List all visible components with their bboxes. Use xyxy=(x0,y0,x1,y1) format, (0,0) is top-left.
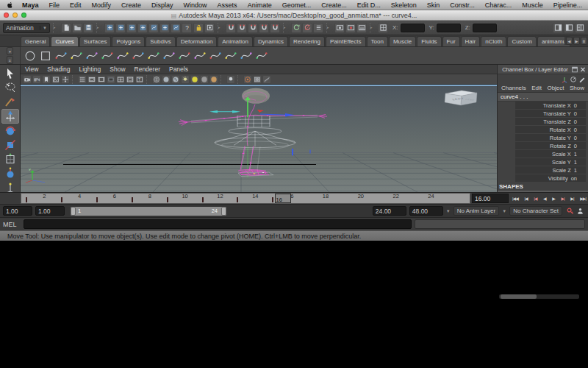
menu-pipeline[interactable]: Pipeline... xyxy=(548,1,588,9)
film-gate-icon[interactable] xyxy=(87,75,96,84)
camera-attributes-icon[interactable]: a xyxy=(32,75,41,84)
select-surfaces-icon[interactable] xyxy=(148,23,159,33)
select-pencil-icon[interactable] xyxy=(578,75,586,82)
menu-constr[interactable]: Constr... xyxy=(445,1,480,9)
arc-2point-icon[interactable] xyxy=(115,49,130,63)
extend-curve-icon[interactable] xyxy=(193,49,207,63)
gate-mask-icon[interactable] xyxy=(107,75,115,84)
channel-attribute-row[interactable]: Scale X1 xyxy=(498,150,588,158)
quick-select-icon[interactable] xyxy=(378,23,388,33)
panel-menu-view[interactable]: View xyxy=(25,66,38,73)
bezier-curve-icon[interactable] xyxy=(85,49,99,63)
save-scene-icon[interactable] xyxy=(83,23,93,33)
isolate-select-icon[interactable] xyxy=(243,75,252,84)
menu-charac[interactable]: Charac... xyxy=(480,1,517,9)
cv-curve-icon[interactable] xyxy=(54,49,68,63)
move-tool[interactable] xyxy=(1,109,19,124)
range-start-handle[interactable] xyxy=(71,207,76,216)
range-slider[interactable]: 1 24 xyxy=(71,207,226,216)
shelf-tab-toon[interactable]: Toon xyxy=(367,36,388,46)
menu-create[interactable]: Create xyxy=(116,1,146,9)
keyframe-tick[interactable] xyxy=(132,197,133,202)
panel-menu-panels[interactable]: Panels xyxy=(169,66,188,73)
channel-box-toggle-icon[interactable] xyxy=(575,23,585,33)
menu-skin[interactable]: Skin xyxy=(422,1,445,9)
z-input-field[interactable] xyxy=(473,24,497,32)
select-deformations-icon[interactable] xyxy=(159,23,170,33)
shaded-icon[interactable] xyxy=(162,75,171,84)
mel-input[interactable] xyxy=(24,219,412,229)
channel-attribute-row[interactable]: Visibilityon xyxy=(498,174,588,182)
apple-icon[interactable] xyxy=(6,1,14,10)
shelf-tab-muscle[interactable]: Muscle xyxy=(389,36,416,46)
shelf-tab-subdivs[interactable]: Subdivs xyxy=(146,36,175,46)
shelf-tab-toggle-icon[interactable]: ▾ xyxy=(7,47,13,55)
wireframe-icon[interactable] xyxy=(152,75,161,84)
animation-end-field[interactable]: 48.00 xyxy=(409,206,443,216)
menu-file[interactable]: File xyxy=(44,1,65,9)
command-results[interactable] xyxy=(415,219,585,229)
attribute-editor-toggle-icon[interactable] xyxy=(553,23,563,33)
rotate-tool[interactable] xyxy=(1,124,19,138)
open-scene-icon[interactable] xyxy=(72,23,82,33)
rebuild-curve-icon[interactable] xyxy=(223,49,238,63)
use-all-lights-icon[interactable] xyxy=(181,75,190,84)
select-camera-icon[interactable] xyxy=(23,75,32,84)
keyframe-tick[interactable] xyxy=(26,197,27,202)
shelf-tab-hair[interactable]: Hair xyxy=(461,36,481,46)
shelf-tab-ncloth[interactable]: nCloth xyxy=(481,36,506,46)
channel-menu-object[interactable]: Object xyxy=(547,85,564,91)
channel-attribute-row[interactable]: Translate X0 xyxy=(498,102,588,109)
panel-menu-renderer[interactable]: Renderer xyxy=(135,66,160,73)
chevron-down-icon[interactable]: ▼ xyxy=(446,209,451,213)
shelf-tab-painteffects[interactable]: PaintEffects xyxy=(326,36,366,46)
panel-menu-show[interactable]: Show xyxy=(110,66,125,73)
bookmark-icon[interactable] xyxy=(42,75,51,84)
menu-geomet[interactable]: Geomet... xyxy=(277,1,317,9)
shelf-tab-animation[interactable]: Animation xyxy=(218,36,253,46)
shelf-trash-icon[interactable]: 🗑 xyxy=(581,37,587,45)
cut-curve-icon[interactable] xyxy=(254,49,269,63)
manip-xyz-icon[interactable] xyxy=(561,75,568,82)
shelf-tab-surfaces[interactable]: Surfaces xyxy=(79,36,112,46)
menu-animate[interactable]: Animate xyxy=(243,1,277,9)
list-input-icon[interactable] xyxy=(313,23,323,33)
render-settings-icon[interactable] xyxy=(356,23,367,33)
lock-selection-icon[interactable] xyxy=(193,23,204,33)
channel-object-name[interactable]: curve4 . . . xyxy=(498,93,588,102)
panel-menu-shading[interactable]: Shading xyxy=(47,66,70,73)
render-current-icon[interactable] xyxy=(334,23,345,33)
channel-attribute-row[interactable]: Scale Y1 xyxy=(498,158,588,166)
channel-menu-show[interactable]: Show xyxy=(570,85,584,91)
resolution-gate-icon[interactable] xyxy=(97,75,106,84)
menu-set-dropdown[interactable]: Animation▼ xyxy=(3,23,50,33)
animation-start-field[interactable]: 1.00 xyxy=(3,206,32,216)
light-default-icon[interactable] xyxy=(190,75,199,84)
keyframe-tick[interactable] xyxy=(272,197,273,202)
snap-point-icon[interactable] xyxy=(248,23,258,33)
circle-tool-icon[interactable] xyxy=(23,49,37,63)
view-cube[interactable]: LEFT LEFT xyxy=(445,91,477,105)
go-to-end-button[interactable]: ▶▶| xyxy=(580,196,586,201)
shelf-tab-fluids[interactable]: Fluids xyxy=(417,36,441,46)
step-forward-frame-button[interactable]: ▶| xyxy=(570,196,573,201)
select-object-icon[interactable] xyxy=(115,23,126,33)
group-divider[interactable] xyxy=(218,23,223,33)
x-input-field[interactable] xyxy=(401,24,425,32)
window-title-bar[interactable]: ▤Autodesk Maya 2013 x64: /Users/mac/Desk… xyxy=(0,10,588,21)
snap-curve-icon[interactable] xyxy=(237,23,247,33)
safe-action-icon[interactable] xyxy=(126,75,135,84)
detach-curves-icon[interactable] xyxy=(162,49,176,63)
paint-select-tool[interactable] xyxy=(1,95,19,108)
textured-icon[interactable] xyxy=(171,75,180,84)
channel-menu-edit[interactable]: Edit xyxy=(531,85,542,91)
play-forwards-button[interactable]: ▶ xyxy=(552,196,555,201)
shelf-tab-general[interactable]: General xyxy=(21,36,50,46)
current-time-field[interactable]: 16.00 xyxy=(472,194,509,203)
insert-knot-icon[interactable] xyxy=(177,49,192,63)
zoom-window-button[interactable] xyxy=(21,13,26,18)
arc-3point-icon[interactable] xyxy=(131,49,146,63)
shelf-tab-deformation[interactable]: Deformation xyxy=(176,36,218,46)
image-plane-icon[interactable] xyxy=(51,75,60,84)
shelf-tab-rendering[interactable]: Rendering xyxy=(289,36,325,46)
